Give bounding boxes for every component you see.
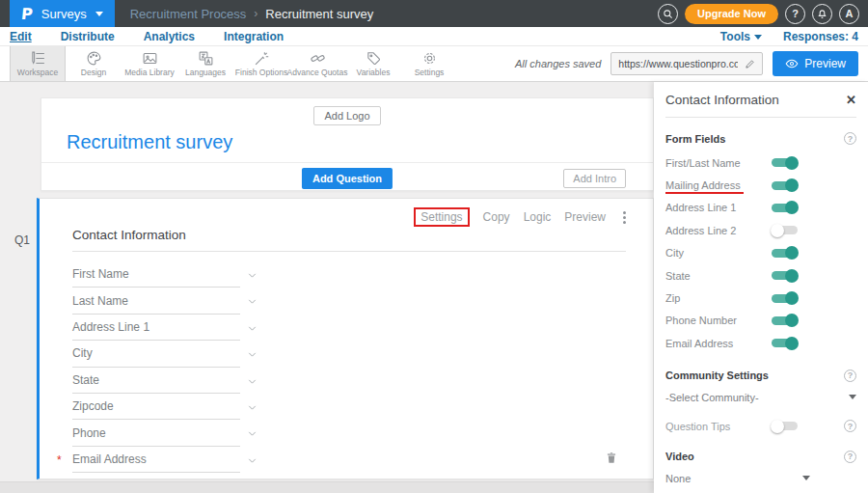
toggle-label: Address Line 2 xyxy=(665,225,736,236)
toolbar-item-advance-quotas[interactable]: Advance Quotas xyxy=(289,46,345,81)
field-type-dropdown[interactable] xyxy=(246,374,258,392)
more-options-icon[interactable] xyxy=(619,209,630,226)
toolbar-item-variables[interactable]: Variables xyxy=(345,46,401,81)
toggle-label: Zip xyxy=(665,292,680,304)
contact-field-label[interactable]: City xyxy=(72,341,240,367)
chevron-down-icon xyxy=(246,322,258,335)
contact-field-label[interactable]: Last Name xyxy=(72,288,240,314)
trash-icon xyxy=(605,451,618,465)
video-select[interactable]: None xyxy=(665,469,810,488)
delete-question-button[interactable] xyxy=(605,451,618,469)
autosave-status: All changes saved xyxy=(515,58,601,69)
question-tips-label: Question Tips xyxy=(665,421,730,432)
help-icon[interactable]: ? xyxy=(844,451,856,463)
breadcrumb-folder[interactable]: Recruitment Process xyxy=(130,7,247,21)
upgrade-now-button[interactable]: Upgrade Now xyxy=(685,4,778,24)
add-logo-button[interactable]: Add Logo xyxy=(313,106,380,125)
toggle-switch[interactable] xyxy=(772,181,798,190)
tools-menu-label: Tools xyxy=(720,30,750,43)
header-actions: Upgrade Now ? A xyxy=(658,4,868,24)
tab-analytics[interactable]: Analytics xyxy=(144,30,195,43)
toggle-switch[interactable] xyxy=(772,271,798,280)
chevron-down-icon xyxy=(246,375,258,388)
toggle-switch[interactable] xyxy=(772,249,798,258)
search-button[interactable] xyxy=(658,4,678,24)
question-number-label: Q1 xyxy=(14,233,30,247)
toggle-row: Mailing Address xyxy=(665,174,856,196)
contact-field-label[interactable]: Email Address xyxy=(72,447,240,473)
add-question-button[interactable]: Add Question xyxy=(302,168,393,189)
responses-link[interactable]: Responses: 4 xyxy=(783,30,858,43)
contact-field-label[interactable]: State xyxy=(72,368,240,394)
tag-icon xyxy=(366,50,382,67)
tools-menu[interactable]: Tools xyxy=(720,30,762,43)
pencil-icon xyxy=(745,59,755,69)
field-type-dropdown[interactable] xyxy=(246,426,258,444)
toggle-row: Email Address xyxy=(665,332,856,354)
toolbar-item-design[interactable]: Design xyxy=(66,46,122,81)
question-tips-toggle[interactable] xyxy=(772,422,798,430)
survey-title[interactable]: Recruitment survey xyxy=(41,131,653,153)
question-action[interactable]: Preview xyxy=(564,210,606,224)
toolbar-item-settings[interactable]: Settings xyxy=(401,46,457,81)
question-tips-row: Question Tips ? xyxy=(665,417,856,436)
contact-field-row: * Email Address xyxy=(72,447,265,473)
question-heading[interactable]: Contact Information xyxy=(72,228,626,252)
toggle-switch[interactable] xyxy=(772,294,798,303)
survey-url-text: https://www.questionpro.com/t/APNrFZ xyxy=(618,58,738,69)
contact-field-row: * First Name xyxy=(72,261,265,288)
field-type-dropdown[interactable] xyxy=(246,347,258,365)
contact-field-label[interactable]: Phone xyxy=(72,420,240,446)
help-icon[interactable]: ? xyxy=(844,370,856,382)
community-select[interactable]: -Select Community- xyxy=(665,388,856,407)
toggle-switch[interactable] xyxy=(772,316,798,325)
toggle-row: State xyxy=(665,264,856,287)
tab-integration[interactable]: Integration xyxy=(224,30,284,43)
toggle-switch[interactable] xyxy=(772,158,798,167)
help-icon[interactable]: ? xyxy=(844,420,856,432)
field-type-dropdown[interactable] xyxy=(246,294,258,312)
form-field-toggles: First/Last Name Mailing Address Address … xyxy=(665,151,856,355)
add-intro-button[interactable]: Add Intro xyxy=(563,169,626,188)
next-section-edge xyxy=(0,481,654,493)
preview-button[interactable]: Preview xyxy=(773,51,858,76)
toolbar-item-media-library[interactable]: Media Library xyxy=(122,46,177,81)
edit-url-button[interactable] xyxy=(738,59,762,69)
tab-edit[interactable]: Edit xyxy=(10,30,32,43)
contact-field-label[interactable]: First Name xyxy=(72,261,240,288)
survey-header-card: Add Logo Recruitment survey Add Question… xyxy=(41,97,654,191)
field-type-dropdown[interactable] xyxy=(246,453,258,471)
question-action[interactable]: Copy xyxy=(483,210,510,224)
field-type-dropdown[interactable] xyxy=(246,268,258,286)
notifications-button[interactable] xyxy=(812,4,832,24)
toggle-row: Address Line 2 xyxy=(665,219,856,241)
question-action[interactable]: Settings xyxy=(414,207,469,227)
breadcrumb-current: Recruitment survey xyxy=(265,7,373,21)
toggle-switch[interactable] xyxy=(772,339,798,347)
surveys-menu[interactable]: P Surveys xyxy=(10,0,115,27)
avatar[interactable]: A xyxy=(839,4,859,24)
help-button[interactable]: ? xyxy=(785,4,805,24)
toggle-row: Phone Number xyxy=(665,310,856,332)
close-icon[interactable]: ✕ xyxy=(846,93,856,107)
help-icon[interactable]: ? xyxy=(844,132,856,145)
contact-field-row: * Phone xyxy=(72,420,265,446)
tab-distribute[interactable]: Distribute xyxy=(61,30,115,43)
toggle-switch[interactable] xyxy=(772,226,798,234)
survey-url-field[interactable]: https://www.questionpro.com/t/APNrFZ xyxy=(610,52,763,75)
bell-icon xyxy=(817,9,827,19)
toolbar-item-finish-options[interactable]: Finish Options xyxy=(233,46,289,81)
chevron-down-icon xyxy=(246,348,258,361)
toolbar-item-languages[interactable]: Languages xyxy=(177,46,233,81)
toolbar-item-workspace[interactable]: Workspace xyxy=(10,46,66,81)
field-type-dropdown[interactable] xyxy=(246,321,258,339)
field-type-dropdown[interactable] xyxy=(246,400,258,418)
contact-field-label[interactable]: Zipcode xyxy=(72,394,240,420)
toggle-switch[interactable] xyxy=(772,204,798,212)
add-logo-row: Add Logo xyxy=(41,98,653,129)
question-action[interactable]: Logic xyxy=(524,210,552,224)
dropdown-caret-icon xyxy=(849,395,856,399)
translate-icon xyxy=(198,50,214,67)
contact-field-label[interactable]: Address Line 1 xyxy=(72,315,240,341)
question-settings-panel: Contact Information ✕ Form Fields ? Firs… xyxy=(654,82,868,493)
